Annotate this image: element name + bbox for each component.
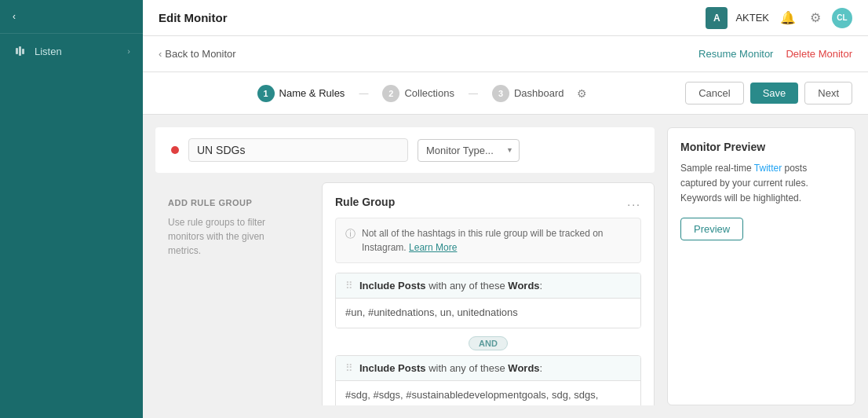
header-right: A AKTEK 🔔 ⚙ CL [706,7,852,29]
back-label: Back to Monitor [165,48,235,60]
aktek-avatar: A [706,7,728,29]
step-2[interactable]: 2 Collections [382,85,454,102]
step-3-label: Dashboard [514,87,564,99]
steps-bar: 1 Name & Rules — 2 Collections — 3 Dashb… [143,72,868,115]
resume-monitor-link[interactable]: Resume Monitor [698,48,773,60]
back-to-monitor-link[interactable]: ‹ Back to Monitor [159,48,236,60]
add-rule-group-panel: ADD RULE GROUP Use rule groups to filter… [155,182,312,405]
info-text: Not all of the hashtags in this rule gro… [362,226,631,255]
step-3[interactable]: 3 Dashboard [492,85,564,102]
svg-rect-0 [16,48,18,54]
add-rule-group-desc: Use rule groups to filter monitors with … [168,215,300,258]
rule-item-1-header: ⠿ Include Posts with any of these Words: [336,273,640,299]
rule-group-panel: Rule Group ... ⓘ Not all of the hashtags… [322,182,655,405]
save-button[interactable]: Save [750,82,799,104]
step-divider-2: — [469,88,478,99]
rule-item-2: ⠿ Include Posts with any of these Words: [335,355,641,405]
side-panel: Monitor Preview Sample real-time Twitter… [667,127,855,405]
settings-button[interactable]: ⚙ [807,7,824,28]
step-2-circle: 2 [382,85,399,102]
content-area: Monitor Type... ADD RULE GROUP Use rule … [143,115,868,418]
steps-gear-icon[interactable]: ⚙ [577,87,587,100]
sidebar-item-listen[interactable]: Listen › [0,34,143,68]
back-chevron-icon: ‹ [159,48,162,60]
step-1-circle: 1 [257,85,275,102]
rule-group-header: Rule Group ... [335,196,641,208]
rule-item-2-text: Include Posts with any of these Words: [359,362,542,374]
rule-group-title: Rule Group [335,196,395,208]
cancel-button[interactable]: Cancel [685,82,743,104]
sidebar-item-listen-label: Listen [35,46,127,57]
main-area: Edit Monitor A AKTEK 🔔 ⚙ CL ‹ Back to Mo… [143,0,868,418]
rule-item-1-body: #un, #unitednations, un, unitednations [336,299,640,328]
monitor-type-select[interactable]: Monitor Type... [418,139,520,162]
and-connector: AND [335,336,641,350]
delete-monitor-link[interactable]: Delete Monitor [786,48,852,60]
rule-item-2-body: #sdg, #sdgs, #sustainabledevelopmentgoal… [336,381,640,405]
step-2-label: Collections [404,87,454,99]
step-1-label: Name & Rules [279,87,345,99]
svg-rect-2 [22,49,24,54]
add-rule-group-title: ADD RULE GROUP [168,198,300,207]
monitor-name-input[interactable] [188,138,408,162]
sidebar-back-button[interactable]: ‹ [0,0,143,34]
svg-rect-1 [19,46,21,56]
chevron-right-icon: › [127,46,130,56]
step-3-circle: 3 [492,85,509,102]
page-title: Edit Monitor [159,11,227,24]
preview-button[interactable]: Preview [680,218,743,240]
main-content: Monitor Type... ADD RULE GROUP Use rule … [155,127,655,405]
step-1[interactable]: 1 Name & Rules [257,85,345,102]
action-links: Resume Monitor Delete Monitor [698,48,852,60]
and-badge: AND [469,336,508,350]
user-avatar: CL [832,8,852,28]
preview-description: Sample real-time Twitter posts captured … [680,161,842,207]
rule-item-1-tags: #un, #unitednations, un, unitednations [345,306,518,318]
username-label: AKTEK [735,12,769,24]
rule-group-menu-button[interactable]: ... [627,196,641,208]
sidebar: ‹ Listen › [0,0,143,418]
monitor-name-row: Monitor Type... [155,127,655,173]
rule-item-2-tags: #sdg, #sdgs, #sustainabledevelopmentgoal… [345,389,598,401]
drag-handle-icon[interactable]: ⠿ [345,280,353,292]
chevron-left-icon: ‹ [13,11,16,22]
next-button[interactable]: Next [804,82,852,104]
rule-item-2-header: ⠿ Include Posts with any of these Words: [336,356,640,381]
monitor-status-dot [171,146,179,154]
info-banner: ⓘ Not all of the hashtags in this rule g… [335,218,641,263]
top-header: Edit Monitor A AKTEK 🔔 ⚙ CL [143,0,868,36]
drag-handle-icon-2[interactable]: ⠿ [345,362,353,374]
notifications-button[interactable]: 🔔 [777,7,799,28]
rule-item-1-text: Include Posts with any of these Words: [359,280,542,292]
step-divider-1: — [359,88,368,99]
action-bar: ‹ Back to Monitor Resume Monitor Delete … [143,36,868,72]
learn-more-link[interactable]: Learn More [409,242,457,253]
rule-item-1: ⠿ Include Posts with any of these Words: [335,273,641,328]
listen-icon [13,43,28,59]
monitor-type-wrapper: Monitor Type... [418,139,520,162]
steps-actions: Cancel Save Next [685,82,852,104]
rule-groups-area: ADD RULE GROUP Use rule groups to filter… [155,182,655,405]
preview-title: Monitor Preview [680,141,842,153]
monitor-preview-card: Monitor Preview Sample real-time Twitter… [667,127,855,405]
info-icon: ⓘ [345,227,356,241]
